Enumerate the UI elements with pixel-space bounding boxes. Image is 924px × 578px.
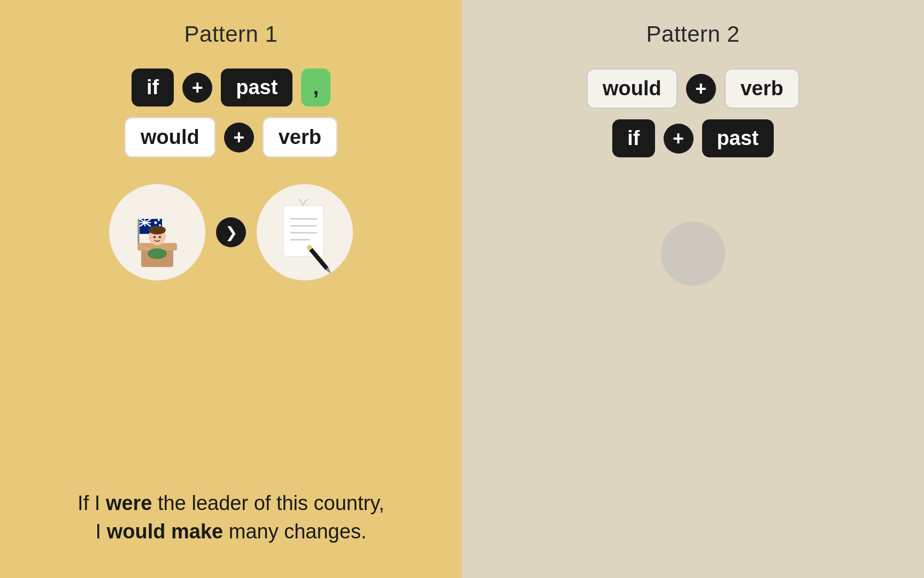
pattern2-formula: would + verb if + past xyxy=(587,69,799,157)
placeholder-circle xyxy=(661,222,725,286)
document-illustration xyxy=(257,184,353,280)
svg-point-9 xyxy=(155,222,157,224)
pattern2-panel: Pattern 2 would + verb if + past xyxy=(462,0,924,578)
formula-row-1: if + past , xyxy=(132,69,330,107)
sentence-would-make: would make xyxy=(107,520,224,543)
sentence-line2-pre: I xyxy=(96,520,107,543)
token-verb-light: verb xyxy=(263,117,337,157)
p2-formula-row-1: would + verb xyxy=(587,69,799,109)
svg-point-16 xyxy=(159,236,161,238)
formula-row-2: would + verb xyxy=(125,117,337,157)
svg-point-14 xyxy=(149,226,166,234)
speaker-illustration xyxy=(109,184,205,280)
sentence-line1-post: the leader of this country, xyxy=(152,492,384,514)
pattern1-title: Pattern 1 xyxy=(184,21,278,47)
p2-token-past: past xyxy=(702,119,774,157)
sentence-were: were xyxy=(106,492,152,514)
token-comma-green: , xyxy=(301,69,330,107)
token-past-dark: past xyxy=(221,69,292,107)
svg-point-12 xyxy=(148,248,167,259)
sentence-line2-post: many changes. xyxy=(223,520,366,543)
p2-token-if: if xyxy=(612,119,654,157)
pattern1-panel: Pattern 1 if + past , would + verb xyxy=(0,0,462,578)
plus-icon-1: + xyxy=(182,73,212,103)
arrow-right-icon: ❯ xyxy=(216,217,246,247)
p2-formula-row-2: if + past xyxy=(612,119,773,157)
pattern1-formula: if + past , would + verb xyxy=(125,69,337,157)
plus-icon-2: + xyxy=(224,123,254,153)
example-sentence: If I were the leader of this country, I … xyxy=(0,489,462,546)
svg-rect-17 xyxy=(283,206,324,256)
document-svg xyxy=(265,189,345,275)
sentence-line1: If I were the leader of this country, xyxy=(21,489,441,518)
svg-point-11 xyxy=(158,219,160,221)
sentence-line2: I would make many changes. xyxy=(21,518,441,546)
p2-plus-icon-1: + xyxy=(686,74,716,104)
speaker-svg xyxy=(117,189,197,275)
token-would-light: would xyxy=(125,117,215,157)
svg-point-15 xyxy=(153,236,156,238)
sentence-line1-pre: If I xyxy=(78,492,106,514)
p2-plus-icon-2: + xyxy=(664,124,694,154)
p2-token-verb: verb xyxy=(725,69,799,109)
pattern2-title: Pattern 2 xyxy=(646,21,740,47)
p2-token-would: would xyxy=(587,69,677,109)
illustration-area: ❯ xyxy=(109,184,353,280)
token-if-dark: if xyxy=(132,69,174,107)
